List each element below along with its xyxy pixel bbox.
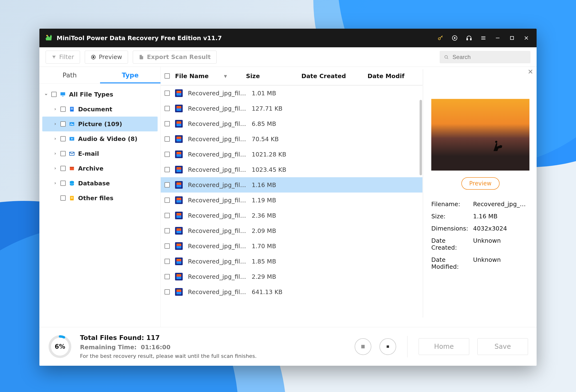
search-box[interactable]: [440, 51, 530, 63]
search-input[interactable]: [452, 54, 526, 61]
file-list-pane: File Name ▾ Size Date Created Date Modif…: [161, 67, 422, 327]
file-thumbnail-icon: [175, 212, 183, 219]
file-row[interactable]: Recovered_jpg_fil…2.29 MB: [161, 269, 422, 284]
vertical-scrollbar[interactable]: [420, 100, 422, 175]
checkbox[interactable]: [60, 166, 66, 171]
tree-item[interactable]: Picture (109): [42, 117, 158, 131]
meta-filename-val: Recovered_jpg_file(2: [473, 201, 529, 208]
file-size: 641.13 KB: [252, 289, 302, 296]
checkbox[interactable]: [165, 106, 170, 111]
checkbox[interactable]: [51, 92, 57, 97]
checkbox[interactable]: [60, 151, 66, 156]
file-row[interactable]: Recovered_jpg_fil…1023.45 KB: [161, 162, 422, 177]
file-row[interactable]: Recovered_jpg_fil…641.13 KB: [161, 284, 422, 300]
tree-item[interactable]: Database: [42, 176, 158, 191]
checkbox[interactable]: [165, 289, 170, 295]
file-thumbnail-icon: [175, 151, 183, 158]
caret-right-icon: [53, 121, 58, 126]
file-thumbnail-icon: [175, 105, 183, 112]
window-close-button[interactable]: [521, 33, 531, 43]
checkbox[interactable]: [60, 195, 66, 201]
checkbox[interactable]: [165, 152, 170, 157]
file-name: Recovered_jpg_fil…: [188, 273, 246, 280]
save-button[interactable]: Save: [477, 338, 528, 355]
file-row[interactable]: Recovered_jpg_fil…1.19 MB: [161, 193, 422, 208]
silhouette-icon: [488, 135, 505, 154]
file-row[interactable]: Recovered_jpg_fil…1.70 MB: [161, 239, 422, 254]
tree-root-all-file-types[interactable]: All File Types: [42, 87, 158, 102]
file-row[interactable]: Recovered_jpg_fil…1.85 MB: [161, 254, 422, 269]
column-header-date-modified[interactable]: Date Modif: [368, 73, 419, 80]
file-row[interactable]: Recovered_jpg_fil…6.85 MB: [161, 116, 422, 131]
tree-item[interactable]: E-mail: [42, 146, 158, 161]
checkbox[interactable]: [165, 259, 170, 264]
svg-point-24: [495, 141, 497, 143]
file-name: Recovered_jpg_fil…: [188, 151, 246, 158]
tree-item-label: Archive: [78, 165, 103, 172]
preview-button[interactable]: Preview: [85, 51, 128, 63]
file-row[interactable]: Recovered_jpg_fil…2.09 MB: [161, 223, 422, 239]
video-icon: [69, 135, 75, 142]
svg-point-8: [92, 56, 94, 58]
tab-type[interactable]: Type: [100, 67, 161, 83]
filter-button[interactable]: Filter: [46, 51, 80, 63]
checkbox[interactable]: [165, 274, 170, 279]
file-name: Recovered_jpg_fil…: [188, 243, 246, 250]
svg-rect-6: [511, 36, 514, 40]
stop-scan-button[interactable]: [379, 338, 396, 355]
checkbox[interactable]: [60, 121, 66, 127]
meta-dc-val: Unknown: [473, 237, 529, 251]
column-header-size[interactable]: Size: [246, 73, 296, 80]
close-preview-button[interactable]: ✕: [528, 68, 533, 76]
column-header-date-created[interactable]: Date Created: [301, 73, 362, 80]
preview-thumbnail: [431, 99, 529, 171]
disc-icon[interactable]: [450, 33, 460, 43]
license-key-icon[interactable]: [435, 33, 445, 43]
export-scan-result-button[interactable]: Export Scan Result: [133, 51, 217, 63]
window-minimize-button[interactable]: [493, 33, 503, 43]
checkbox[interactable]: [165, 228, 170, 233]
column-header-filename[interactable]: File Name ▾: [175, 73, 241, 80]
home-button[interactable]: Home: [419, 338, 469, 355]
tree-item[interactable]: Other files: [42, 191, 158, 206]
file-row[interactable]: Recovered_jpg_fil…2.36 MB: [161, 208, 422, 223]
checkbox[interactable]: [165, 198, 170, 203]
tab-path[interactable]: Path: [39, 67, 100, 83]
file-row[interactable]: Recovered_jpg_fil…1021.28 KB: [161, 147, 422, 162]
file-row[interactable]: Recovered_jpg_fil…70.54 KB: [161, 131, 422, 147]
select-all-checkbox[interactable]: [165, 73, 170, 79]
meta-dc-key: Date Created:: [431, 237, 473, 251]
tree-item[interactable]: Audio & Video (8): [42, 131, 158, 146]
file-row[interactable]: Recovered_jpg_fil…1.16 MB: [161, 177, 422, 193]
total-files-found: Total Files Found: 117: [80, 334, 257, 341]
file-row[interactable]: Recovered_jpg_fil…1.01 MB: [161, 86, 422, 101]
tree-item[interactable]: Document: [42, 102, 158, 117]
open-preview-button[interactable]: Preview: [461, 177, 500, 190]
checkbox[interactable]: [60, 107, 66, 112]
checkbox[interactable]: [165, 182, 170, 187]
checkbox[interactable]: [60, 136, 66, 141]
file-size: 70.54 KB: [252, 136, 302, 143]
file-name: Recovered_jpg_fil…: [188, 90, 246, 97]
caret-right-icon: [53, 107, 58, 112]
caret-right-icon: [53, 166, 58, 171]
file-row[interactable]: Recovered_jpg_fil…127.71 KB: [161, 101, 422, 116]
checkbox[interactable]: [165, 213, 170, 218]
window-maximize-button[interactable]: [507, 33, 517, 43]
checkbox[interactable]: [165, 243, 170, 249]
checkbox[interactable]: [165, 121, 170, 126]
svg-point-9: [445, 56, 448, 58]
checkbox[interactable]: [165, 90, 170, 96]
support-headphones-icon[interactable]: [464, 33, 474, 43]
hamburger-menu-icon[interactable]: [478, 33, 488, 43]
file-size: 1.01 MB: [252, 90, 302, 97]
caret-right-icon: [53, 151, 58, 156]
tree-item[interactable]: Archive: [42, 161, 158, 176]
caret-down-icon: [44, 92, 49, 97]
checkbox[interactable]: [165, 136, 170, 142]
pause-scan-button[interactable]: [355, 338, 371, 355]
checkbox[interactable]: [165, 167, 170, 172]
scan-status-text: Total Files Found: 117 Remaining Time: 0…: [80, 334, 257, 359]
checkbox[interactable]: [60, 181, 66, 186]
other-icon: [69, 195, 75, 201]
